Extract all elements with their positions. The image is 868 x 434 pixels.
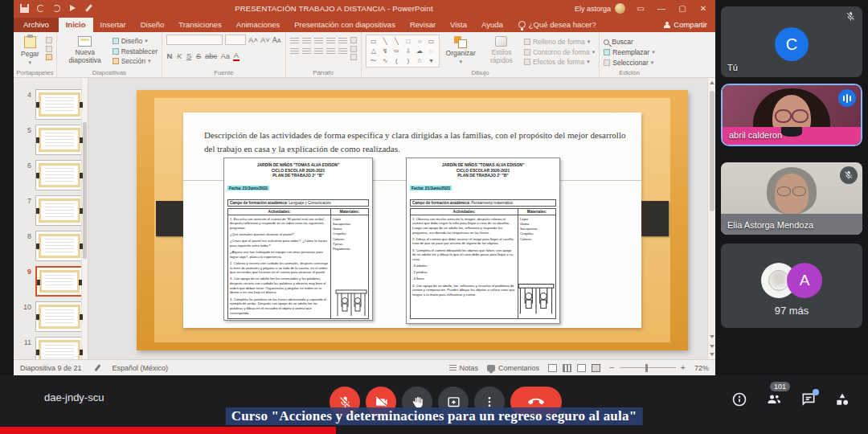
ribbon-tab[interactable]: Revisar	[403, 18, 443, 32]
zoom-knob[interactable]	[645, 364, 649, 372]
slide-thumbnail[interactable]: 4	[17, 89, 84, 120]
numbering-icon[interactable]	[302, 38, 311, 44]
square-shape-icon[interactable]: □	[403, 38, 414, 45]
shape-effects-button[interactable]: Efectos de forma▾	[524, 58, 595, 66]
shape-outline-button[interactable]: Contorno de forma▾	[524, 48, 595, 56]
shapes-gallery[interactable]: ▭ ╲ ╲ □ ○ ▭ △ ↯ ⇨ ⇩ ☁ ◌ 〜 ∿ ( ) ☆ ▾	[366, 35, 440, 68]
redo-icon[interactable]	[52, 4, 61, 13]
slide-content-area[interactable]: Descripción de las actividades de forma …	[183, 113, 641, 328]
participant-tile-abril[interactable]: abril calderon	[721, 84, 862, 146]
section-button[interactable]: Sección▾	[113, 57, 158, 65]
font-style-button[interactable]: Aa	[220, 51, 230, 60]
rectangle-shape-icon[interactable]: ▭	[368, 38, 379, 45]
restore-button[interactable]: ▢	[677, 4, 688, 13]
thumbnail-image[interactable]	[35, 301, 84, 332]
ribbon-tab[interactable]: Animaciones	[229, 18, 287, 32]
rounded-rect-shape-icon[interactable]: ▭	[425, 38, 436, 45]
draw-icon[interactable]	[84, 4, 93, 13]
freeform-shape-icon[interactable]: ∿	[379, 57, 391, 64]
font-style-button[interactable]: K	[176, 51, 182, 60]
worksheet-language[interactable]: JARDÍN DE NIÑOS "TOMAS ALVA EDISON" CICL…	[223, 158, 373, 321]
thumbnail-image[interactable]	[35, 231, 84, 261]
participants-button[interactable]: 101	[765, 391, 783, 411]
participant-tile-elia[interactable]: Elia Astorga Mendoza	[721, 162, 862, 235]
triangle-shape-icon[interactable]: △	[368, 47, 379, 55]
text-direction-icon[interactable]	[350, 37, 357, 43]
font-style-button[interactable]: A	[233, 51, 240, 61]
font-style-button[interactable]: S	[195, 51, 202, 60]
ribbon-tab[interactable]: Archivo	[14, 18, 59, 32]
participant-tile-overflow[interactable]: A 97 más	[721, 244, 862, 328]
ribbon-tab[interactable]: Diseño	[133, 18, 172, 32]
shape-fill-button[interactable]: Relleno de forma▾	[524, 38, 595, 46]
slide-thumbnail[interactable]: 5	[17, 125, 84, 155]
comments-button[interactable]: Comentarios	[487, 364, 539, 372]
new-slide-button[interactable]: Nueva diapositiva	[61, 35, 109, 68]
previous-slide-icon[interactable]	[710, 335, 714, 338]
font-size-input[interactable]	[225, 35, 246, 45]
notes-button[interactable]: Notas	[449, 364, 479, 372]
increase-font-icon[interactable]: A˄	[248, 35, 258, 44]
oval-shape-icon[interactable]: ○	[414, 38, 425, 45]
layout-button[interactable]: Diseño▾	[113, 37, 158, 45]
columns-icon[interactable]	[338, 48, 347, 55]
close-button[interactable]: ✕	[698, 4, 709, 13]
select-button[interactable]: Seleccionar▾	[604, 59, 654, 67]
scroll-up-icon[interactable]	[710, 81, 714, 84]
participant-tile-you[interactable]: C Tú	[721, 6, 862, 77]
copy-icon[interactable]	[46, 46, 52, 52]
thumbnail-image[interactable]	[35, 89, 84, 120]
more-shapes-icon[interactable]: ▾	[425, 57, 436, 64]
cut-icon[interactable]	[46, 37, 52, 43]
thumbnail-image[interactable]	[35, 160, 84, 190]
star-shape-icon[interactable]: ☆	[414, 57, 425, 64]
ribbon-tab[interactable]: Transiciones	[171, 18, 229, 32]
thumbnail-image[interactable]	[35, 337, 84, 359]
scribble-shape-icon[interactable]: ↯	[379, 47, 391, 55]
curve-shape-icon[interactable]: 〜	[368, 57, 379, 64]
zoom-slider[interactable]: − +	[609, 363, 686, 372]
next-slide-icon[interactable]	[710, 345, 714, 348]
quick-styles-button[interactable]: Estilos rápidos	[482, 35, 521, 68]
smartart-icon[interactable]	[350, 54, 357, 60]
line-shape-icon[interactable]: ╲	[379, 38, 391, 45]
arrange-button[interactable]: Organizar ▾	[443, 35, 479, 68]
minimize-button[interactable]: —	[656, 4, 667, 13]
ribbon-tab[interactable]: Inicio	[59, 18, 93, 32]
slide-thumbnail[interactable]: 7	[17, 195, 84, 226]
justify-icon[interactable]	[326, 48, 335, 55]
format-painter-icon[interactable]	[46, 54, 52, 60]
slide-thumbnail[interactable]: 9	[17, 266, 84, 297]
align-left-icon[interactable]	[290, 48, 299, 55]
worksheet-math[interactable]: JARDÍN DE NIÑOS "TOMAS ALVA EDISON" CICL…	[406, 158, 560, 324]
replace-button[interactable]: Reemplazar▾	[604, 48, 654, 56]
thumbnail-image[interactable]	[35, 266, 84, 297]
align-right-icon[interactable]	[314, 48, 323, 55]
increase-indent-icon[interactable]	[326, 38, 335, 44]
cloud-shape-icon[interactable]: ☁	[414, 47, 425, 55]
slide-thumbnail[interactable]: 6	[17, 160, 84, 190]
undo-icon[interactable]	[36, 4, 45, 13]
line-arrow-shape-icon[interactable]: ╲	[391, 38, 402, 45]
meeting-details-button[interactable]	[731, 391, 747, 411]
save-icon[interactable]	[20, 4, 29, 13]
ribbon-tab[interactable]: Presentación con diapositivas	[287, 18, 403, 32]
arrow-right-shape-icon[interactable]: ⇨	[391, 47, 402, 55]
reset-button[interactable]: Restablecer	[113, 47, 158, 55]
slide-sorter-view-icon[interactable]	[563, 364, 571, 372]
decrease-indent-icon[interactable]	[314, 38, 323, 44]
start-slideshow-icon[interactable]	[68, 4, 77, 13]
scroll-down-icon[interactable]	[710, 353, 714, 356]
tell-me-search[interactable]: ¿Qué desea hacer?	[510, 20, 604, 32]
accessibility-pen-icon[interactable]	[93, 364, 101, 372]
font-name-input[interactable]	[166, 35, 223, 45]
ribbon-tab[interactable]: Insertar	[93, 18, 133, 32]
normal-view-icon[interactable]	[548, 364, 557, 372]
bracket-shape-icon[interactable]: (	[391, 57, 402, 64]
ribbon-tab[interactable]: Vista	[443, 18, 474, 32]
align-text-icon[interactable]	[350, 46, 357, 52]
ribbon-display-icon[interactable]: ▭	[635, 4, 646, 13]
line-spacing-icon[interactable]	[338, 38, 347, 44]
ribbon-tab[interactable]: Ayuda	[474, 18, 510, 32]
font-style-button[interactable]: S	[186, 51, 192, 60]
